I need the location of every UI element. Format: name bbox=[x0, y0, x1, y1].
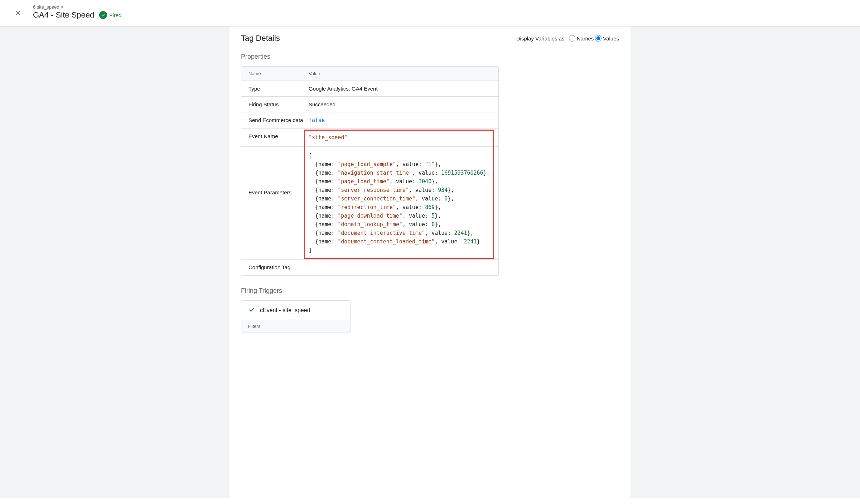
properties-table: Name Value Type Google Analytics: GA4 Ev… bbox=[241, 66, 499, 276]
table-row: Event Name "site_speed" bbox=[241, 129, 498, 147]
check-icon bbox=[248, 306, 256, 315]
table-row: Send Ecommerce data false bbox=[241, 112, 498, 129]
modal-header: 6 site_speed > GA4 - Site Speed Fired bbox=[0, 0, 860, 26]
radio-values[interactable] bbox=[595, 35, 601, 42]
table-row: Firing Status Succeeded bbox=[241, 97, 498, 112]
table-header: Name Value bbox=[241, 67, 498, 81]
page-title: GA4 - Site Speed bbox=[33, 10, 94, 20]
radio-values-label[interactable]: Values bbox=[595, 35, 619, 42]
check-circle-icon bbox=[99, 11, 107, 19]
status-badge: Fired bbox=[99, 11, 121, 19]
display-variables-toggle: Display Variables as Names Values bbox=[516, 35, 619, 42]
event-parameters-code: [ {name: "page_load_sample", value: "1"}… bbox=[309, 151, 491, 255]
trigger-card[interactable]: cEvent - site_speed Filters bbox=[241, 300, 351, 333]
close-icon bbox=[14, 9, 21, 18]
close-button[interactable] bbox=[11, 4, 24, 20]
status-text: Fired bbox=[109, 12, 121, 18]
table-row: Event Parameters [ {name: "page_load_sam… bbox=[241, 147, 498, 260]
col-header-value: Value bbox=[309, 71, 491, 76]
radio-names[interactable] bbox=[569, 35, 575, 42]
breadcrumb[interactable]: 6 site_speed > bbox=[33, 4, 853, 10]
trigger-name: cEvent - site_speed bbox=[260, 307, 310, 314]
table-row: Configuration Tag bbox=[241, 260, 498, 275]
table-row: Type Google Analytics: GA4 Event bbox=[241, 81, 498, 97]
section-title: Tag Details bbox=[241, 34, 280, 43]
filters-label: Filters bbox=[241, 320, 350, 333]
properties-heading: Properties bbox=[241, 53, 619, 60]
radio-names-label[interactable]: Names bbox=[569, 35, 594, 42]
col-header-name: Name bbox=[248, 71, 309, 76]
tag-details-card: Tag Details Display Variables as Names V… bbox=[230, 26, 630, 498]
body-area: Tag Details Display Variables as Names V… bbox=[0, 26, 860, 498]
display-label: Display Variables as bbox=[516, 35, 565, 42]
triggers-heading: Firing Triggers bbox=[241, 287, 619, 295]
